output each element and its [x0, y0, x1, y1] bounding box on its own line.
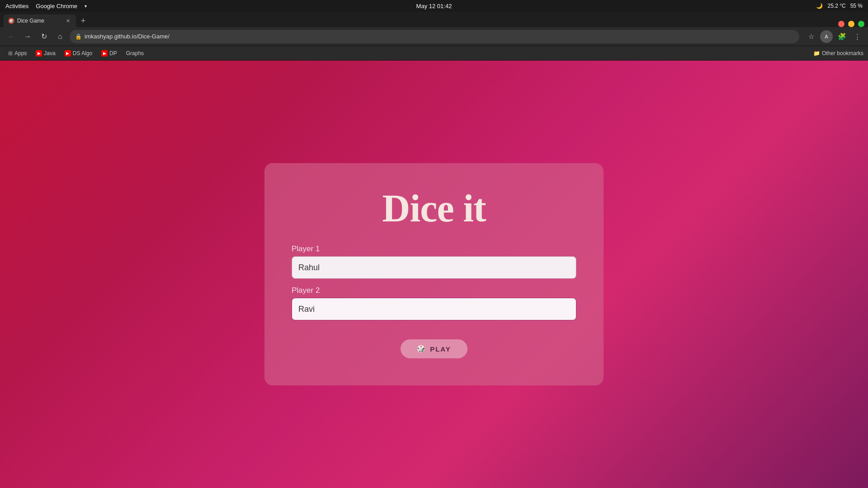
game-title: Dice it — [382, 186, 486, 231]
browser-dropdown-icon[interactable]: ▾ — [85, 4, 87, 9]
bookmark-ds-algo[interactable]: ▶ DS Algo — [61, 49, 96, 58]
window-close-button[interactable] — [838, 21, 844, 27]
temperature-label: 25.2 °C — [827, 3, 845, 9]
browser-name-label[interactable]: Google Chrome — [36, 3, 77, 9]
youtube-icon-dp: ▶ — [101, 50, 108, 56]
bookmark-graphs[interactable]: Graphs — [123, 49, 147, 58]
nav-bar: ← → ↻ ⌂ 🔒 imkashyap.github.io/Dice-Game/… — [0, 27, 868, 46]
player2-input[interactable] — [292, 298, 576, 320]
lock-icon: 🔒 — [75, 33, 82, 40]
player1-group: Player 1 — [292, 244, 576, 279]
back-button[interactable]: ← — [5, 30, 18, 43]
profile-button[interactable]: A — [820, 30, 833, 43]
menu-button[interactable]: ⋮ — [851, 30, 863, 43]
player2-label: Player 2 — [292, 286, 576, 295]
bookmark-apps-label: Apps — [14, 50, 27, 56]
youtube-icon-java: ▶ — [36, 50, 42, 56]
tab-bar: 🎲 Dice Game ✕ + — [0, 12, 868, 27]
page-content: Dice it Player 1 Player 2 🎲 PLAY — [0, 61, 868, 488]
youtube-icon-ds: ▶ — [65, 50, 71, 56]
dice-emoji-icon: 🎲 — [417, 345, 426, 353]
window-maximize-button[interactable] — [858, 21, 864, 27]
play-button[interactable]: 🎲 PLAY — [401, 339, 467, 358]
reload-button[interactable]: ↻ — [37, 30, 51, 43]
nav-right: ☆ A 🧩 ⋮ — [805, 30, 863, 43]
tab-title: Dice Game — [17, 18, 44, 24]
moon-icon: 🌙 — [816, 3, 823, 9]
player1-label: Player 1 — [292, 244, 576, 253]
os-topbar: Activities Google Chrome ▾ May 12 01:42 … — [0, 0, 868, 12]
bookmark-java-label: Java — [44, 50, 55, 56]
tab-favicon: 🎲 — [8, 18, 14, 24]
bookmarks-bar: ⊞ Apps ▶ Java ▶ DS Algo ▶ DP Graphs 📁 Ot… — [0, 46, 868, 61]
folder-icon: 📁 — [813, 50, 820, 56]
battery-label: 55 % — [850, 3, 863, 9]
datetime-label: May 12 01:42 — [416, 3, 452, 9]
bookmark-dp[interactable]: ▶ DP — [98, 49, 121, 58]
browser-tab-active[interactable]: 🎲 Dice Game ✕ — [4, 14, 76, 27]
player1-input[interactable] — [292, 256, 576, 279]
bookmark-dp-label: DP — [109, 50, 117, 56]
other-bookmarks[interactable]: 📁 Other bookmarks — [813, 50, 863, 56]
apps-grid-icon: ⊞ — [8, 50, 13, 56]
address-bar[interactable]: 🔒 imkashyap.github.io/Dice-Game/ — [70, 30, 799, 43]
url-text: imkashyap.github.io/Dice-Game/ — [85, 33, 170, 40]
activities-label[interactable]: Activities — [5, 3, 28, 9]
other-bookmarks-label: Other bookmarks — [822, 50, 863, 56]
bookmark-graphs-label: Graphs — [126, 50, 144, 56]
window-minimize-button[interactable] — [848, 21, 854, 27]
home-button[interactable]: ⌂ — [53, 30, 67, 43]
tab-close-button[interactable]: ✕ — [64, 17, 71, 24]
forward-button[interactable]: → — [21, 30, 34, 43]
play-button-label: PLAY — [430, 345, 451, 353]
bookmark-java[interactable]: ▶ Java — [32, 49, 59, 58]
bookmark-apps[interactable]: ⊞ Apps — [5, 49, 30, 58]
game-card: Dice it Player 1 Player 2 🎲 PLAY — [264, 163, 604, 385]
player2-group: Player 2 — [292, 286, 576, 320]
bookmark-ds-label: DS Algo — [73, 50, 92, 56]
browser-chrome: 🎲 Dice Game ✕ + ← → ↻ ⌂ 🔒 imkashyap.gith… — [0, 12, 868, 61]
bookmark-star-button[interactable]: ☆ — [805, 30, 817, 43]
extensions-button[interactable]: 🧩 — [835, 30, 848, 43]
new-tab-button[interactable]: + — [77, 14, 90, 27]
